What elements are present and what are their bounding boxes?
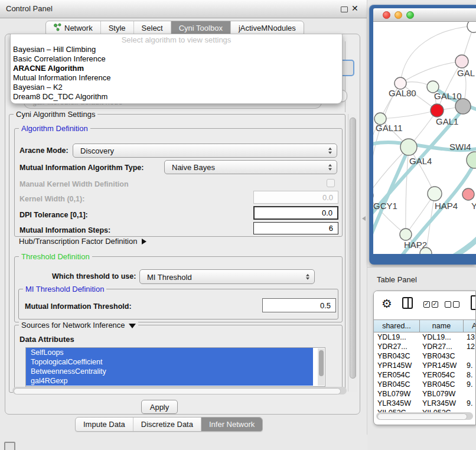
- screen: Control Panel ✕ Network Style Select Cyn…: [0, 0, 476, 450]
- split-columns-icon[interactable]: [402, 297, 413, 309]
- table-row[interactable]: YBR045C YBR045C 9.: [374, 380, 476, 389]
- algorithm-option[interactable]: Mutual Information Inference: [11, 73, 342, 83]
- bottom-tab[interactable]: Impute Data: [76, 418, 133, 431]
- table-header-row: shared...nameA: [374, 319, 476, 332]
- mi-steps-value: 6: [329, 224, 333, 233]
- mi-algorithm-type-label: Mutual Information Algorithm Type:: [19, 164, 144, 172]
- cell-name: YBR045C: [420, 380, 464, 389]
- network-canvas[interactable]: GALGAL80GAL10GAL1GAL11GAL4SWI4GCY1HAP4YH…: [373, 22, 476, 254]
- apply-button[interactable]: Apply: [141, 400, 178, 414]
- aracne-mode-select[interactable]: Discovery: [73, 144, 337, 158]
- table-row[interactable]: YER054C YER054C 8.: [374, 370, 476, 380]
- network-node[interactable]: [455, 99, 471, 114]
- mi-algorithm-type-select[interactable]: Naive Bayes: [164, 160, 337, 174]
- spinner-arrows-icon: [306, 273, 309, 280]
- control-panel-tab[interactable]: Cyni Toolbox: [171, 21, 230, 35]
- control-panel-window: Control Panel ✕ Network Style Select Cyn…: [0, 0, 367, 435]
- cell-value: 9.: [464, 399, 476, 408]
- network-node[interactable]: [400, 229, 412, 240]
- cell-value: [464, 389, 476, 399]
- expand-right-icon: [142, 239, 146, 244]
- control-panel-titlebar: Control Panel ✕: [0, 0, 367, 18]
- settings-hscrollbar[interactable]: [12, 387, 347, 394]
- zoom-traffic-light-icon[interactable]: [406, 11, 414, 19]
- attribute-list-item[interactable]: SelfLoops: [26, 348, 313, 357]
- which-threshold-label: Which threshold to use:: [52, 272, 136, 281]
- bottom-tabbar: Impute Data Discretize Data Infer Networ…: [75, 417, 263, 432]
- control-panel-tab[interactable]: jActiveMNodules: [230, 21, 304, 35]
- network-window-titlebar: [373, 8, 476, 22]
- table-row[interactable]: YDR27... YDR27... 12: [374, 342, 476, 351]
- spinner-arrows-icon: [328, 148, 332, 154]
- table-column-header[interactable]: A: [464, 320, 476, 332]
- file-icon[interactable]: [471, 295, 476, 310]
- table-hscrollbar[interactable]: [376, 412, 473, 420]
- minimize-traffic-light-icon[interactable]: [395, 11, 402, 19]
- algorithm-option[interactable]: Basic Correlation Inference: [11, 54, 342, 64]
- which-threshold-value: MI Threshold: [147, 272, 192, 281]
- sources-title[interactable]: Sources for Network Inference: [19, 321, 138, 330]
- table-column-header[interactable]: shared...: [374, 320, 420, 332]
- network-node[interactable]: [428, 187, 442, 201]
- table-column-header[interactable]: name: [420, 320, 464, 332]
- attribute-list-item[interactable]: TopologicalCoefficient: [26, 357, 313, 367]
- table-hscrollbar-thumb[interactable]: [377, 413, 467, 420]
- table-row[interactable]: YPR145W YPR145W 9.: [374, 361, 476, 370]
- algorithm-option[interactable]: ARACNE Algorithm: [11, 64, 342, 73]
- settings-scrollbar[interactable]: [348, 114, 357, 392]
- mi-steps-field[interactable]: 6: [253, 222, 338, 234]
- network-node-label: GAL4: [409, 156, 432, 166]
- minimized-panel-icon[interactable]: [4, 442, 15, 450]
- float-window-icon[interactable]: [341, 6, 348, 12]
- kernel-width-field[interactable]: 0.0: [253, 191, 338, 204]
- kernel-width-label: Kernel Width (0,1):: [19, 195, 84, 203]
- select-all-checkboxes-icon[interactable]: ✓✓: [423, 301, 438, 308]
- network-node[interactable]: [467, 22, 476, 32]
- network-node[interactable]: [467, 152, 476, 168]
- table-body: YDL19... YDL19... 13 YDR27... YDR27... 1…: [374, 332, 476, 418]
- close-traffic-light-icon[interactable]: [383, 11, 390, 19]
- network-node[interactable]: [455, 55, 468, 68]
- which-threshold-select[interactable]: MI Threshold: [139, 269, 315, 284]
- deselect-all-checkboxes-icon[interactable]: [445, 301, 459, 308]
- data-attributes-label: Data Attributes: [19, 335, 74, 344]
- control-panel-tab[interactable]: Network: [46, 21, 100, 35]
- network-node[interactable]: [400, 139, 417, 155]
- table-row[interactable]: YLR345W YLR345W 9.: [374, 399, 476, 408]
- list-scrollbar-thumb[interactable]: [319, 350, 324, 376]
- manual-kernel-width-checkbox[interactable]: [327, 179, 335, 187]
- list-scrollbar[interactable]: [318, 348, 324, 386]
- cell-shared-name: YBL079W: [374, 389, 420, 399]
- network-node[interactable]: [395, 77, 406, 89]
- cell-name: YBL079W: [420, 389, 464, 399]
- algorithm-option[interactable]: Bayesian – K2: [11, 83, 342, 92]
- network-node[interactable]: [462, 188, 474, 200]
- settings-hscrollbar-thumb[interactable]: [14, 388, 341, 394]
- bottom-tab[interactable]: Infer Network: [201, 418, 262, 431]
- table-row[interactable]: YDL19... YDL19... 13: [374, 332, 476, 342]
- network-node[interactable]: [431, 104, 444, 117]
- attribute-list-item[interactable]: gal4RGexp: [26, 376, 313, 386]
- algorithm-option[interactable]: Bayesian – Hill Climbing: [11, 45, 342, 54]
- mi-threshold-field[interactable]: 0.5: [262, 298, 336, 312]
- splitter-handle-icon[interactable]: [362, 216, 366, 221]
- control-panel-tab[interactable]: Style: [100, 21, 133, 35]
- settings-scrollbar-thumb[interactable]: [350, 118, 356, 379]
- control-panel-tab[interactable]: Select: [133, 21, 171, 35]
- network-node-label: GAL: [457, 68, 475, 78]
- close-icon[interactable]: ✕: [351, 4, 358, 13]
- cell-value: 9.: [464, 380, 476, 389]
- table-row[interactable]: YBL079W YBL079W: [374, 389, 476, 399]
- tab-label: Cyni Toolbox: [179, 24, 223, 32]
- gear-icon[interactable]: ⚙: [382, 296, 392, 311]
- attribute-list-item[interactable]: BetweennessCentrality: [26, 367, 313, 376]
- bottom-tab[interactable]: Discretize Data: [133, 418, 201, 431]
- table-row[interactable]: YBR043C YBR043C: [374, 351, 476, 361]
- dpi-tolerance-field[interactable]: 0.0: [253, 206, 338, 220]
- hub-definition-toggle[interactable]: Hub/Transcription Factor Definition: [19, 237, 146, 246]
- algorithm-dropdown-popup: Select algorithm to view settings Bayesi…: [10, 34, 343, 104]
- data-attributes-list[interactable]: SelfLoopsTopologicalCoefficientBetweenne…: [25, 347, 325, 387]
- algorithm-option[interactable]: Dream8 DC_TDC Algorithm: [11, 92, 342, 102]
- apply-button-label: Apply: [150, 403, 169, 412]
- algorithm-definition-group: Algorithm Definition Aracne Mode: Discov…: [14, 128, 343, 237]
